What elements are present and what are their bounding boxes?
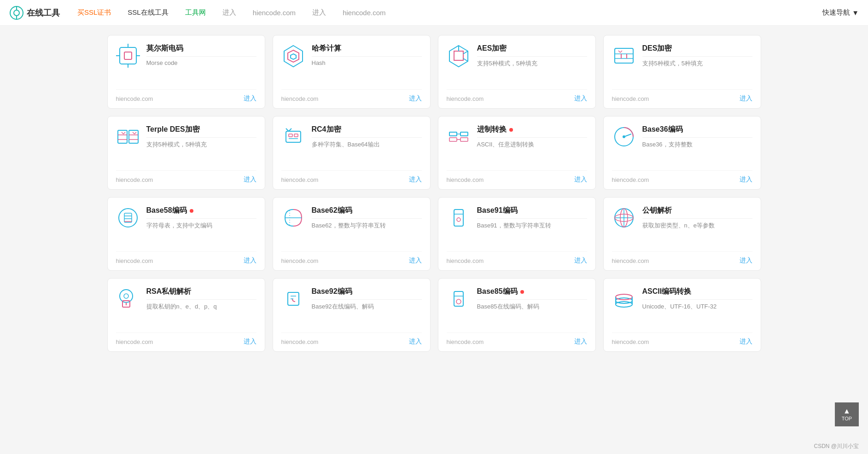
tool-card[interactable]: 莫尔斯电码 Morse code hiencode.com 进入 [107,35,265,109]
tool-card[interactable]: Base92编码 Base92在线编码、解码 hiencode.com 进入 [273,278,431,352]
card-divider [477,299,587,300]
card-title: ASCII编码转换 [642,287,692,297]
card-bottom: hiencode.com 进入 [281,89,422,108]
card-divider [477,218,587,219]
tool-card[interactable]: 进制转换 ASCII、任意进制转换 hiencode.com 进入 [438,116,596,190]
card-title: 莫尔斯电码 [146,44,183,53]
card-title: Base92编码 [312,287,352,297]
card-top: Base62编码 Base62，整数与字符串互转 [281,206,422,230]
card-enter[interactable]: 进入 [740,256,752,265]
card-enter[interactable]: 进入 [574,94,587,103]
tool-card[interactable]: Base91编码 Base91，整数与字符串互转 hiencode.com 进入 [438,197,596,271]
card-divider [477,137,587,138]
tool-icon [447,44,471,68]
card-title-row: AES加密 [477,44,587,53]
card-bottom: hiencode.com 进入 [612,251,752,270]
nav-ssl-tools[interactable]: SSL在线工具 [124,6,172,19]
svg-line-30 [123,132,125,134]
tool-icon [447,206,471,230]
nav-ssl-buy[interactable]: 买SSL证书 [74,6,115,19]
card-domain: hiencode.com [447,95,484,102]
card-info: Base62编码 Base62，整数与字符串互转 [312,206,422,230]
tool-card[interactable]: Base36编码 Base36，支持整数 hiencode.com 进入 [603,116,761,190]
card-divider [312,137,422,138]
tool-card[interactable]: RSA私钥解析 提取私钥的n、e、d、p、q hiencode.com 进入 [107,278,265,352]
nav-domain-1[interactable]: hiencode.com [249,7,299,18]
card-bottom: hiencode.com 进入 [447,170,587,189]
card-domain: hiencode.com [281,338,319,345]
card-enter[interactable]: 进入 [409,175,422,184]
tool-card[interactable]: 哈希计算 Hash hiencode.com 进入 [273,35,431,109]
header: 在线工具 买SSL证书 SSL在线工具 工具网 进入 hiencode.com … [0,0,868,26]
card-divider [312,56,422,57]
card-enter[interactable]: 进入 [740,338,752,346]
card-enter[interactable]: 进入 [574,175,587,184]
svg-rect-41 [449,138,457,141]
card-enter[interactable]: 进入 [740,175,752,184]
card-info: DES加密 支持5种模式，5种填充 [642,44,752,68]
card-info: Base92编码 Base92在线编码、解码 [312,287,422,311]
card-enter[interactable]: 进入 [740,94,752,103]
quick-nav-label: 快速导航 [822,8,850,17]
card-top: 莫尔斯电码 Morse code [116,44,256,68]
card-desc: Morse code [146,59,256,66]
card-bottom: hiencode.com 进入 [116,170,256,189]
card-enter[interactable]: 进入 [409,94,422,103]
card-enter[interactable]: 进入 [244,338,256,346]
card-enter[interactable]: 进入 [244,94,256,103]
card-divider [642,56,752,57]
quick-nav-button[interactable]: 快速导航 ▼ [822,8,859,17]
card-top: 进制转换 ASCII、任意进制转换 [447,125,587,149]
svg-line-29 [122,132,123,134]
card-info: Base85编码 Base85在线编码、解码 [477,287,587,311]
tool-card[interactable]: Base62编码 Base62，整数与字符串互转 hiencode.com 进入 [273,197,431,271]
card-enter[interactable]: 进入 [409,256,422,265]
card-bottom: hiencode.com 进入 [116,251,256,270]
card-divider [146,218,256,219]
tool-card[interactable]: Base85编码 Base85在线编码、解码 hiencode.com 进入 [438,278,596,352]
tool-card[interactable]: AES加密 支持5种模式，5种填充 hiencode.com 进入 [438,35,596,109]
card-top: RSA私钥解析 提取私钥的n、e、d、p、q [116,287,256,311]
svg-marker-10 [284,46,303,67]
card-desc: Hash [312,59,422,66]
logo[interactable]: 在线工具 [9,6,60,20]
card-enter[interactable]: 进入 [244,175,256,184]
card-domain: hiencode.com [281,95,319,102]
tool-card[interactable]: Terple DES加密 支持5种模式，5种填充 hiencode.com 进入 [107,116,265,190]
new-dot [190,209,193,213]
card-divider [312,299,422,300]
tool-card[interactable]: DES加密 支持5种模式，5种填充 hiencode.com 进入 [603,35,761,109]
card-info: RSA私钥解析 提取私钥的n、e、d、p、q [146,287,256,311]
card-enter[interactable]: 进入 [574,338,587,346]
card-title-row: 进制转换 [477,125,587,134]
logo-icon [9,6,24,20]
card-enter[interactable]: 进入 [574,256,587,265]
tool-card[interactable]: RC4加密 多种字符集、Base64输出 hiencode.com 进入 [273,116,431,190]
tool-icon [116,206,140,230]
card-info: Base36编码 Base36，支持整数 [642,125,752,149]
card-enter[interactable]: 进入 [244,256,256,265]
card-title: AES加密 [477,44,507,53]
svg-rect-35 [294,134,298,137]
svg-rect-49 [124,213,132,222]
logo-text: 在线工具 [27,7,60,18]
tool-card[interactable]: 公钥解析 获取加密类型、n、e等参数 hiencode.com 进入 [603,197,761,271]
card-title-row: Terple DES加密 [146,125,256,134]
card-title: RC4加密 [312,125,341,134]
nav-tool-web[interactable]: 工具网 [181,6,210,19]
card-desc: Unicode、UTF-16、UTF-32 [642,303,752,311]
tool-card[interactable]: Base58编码 字符母表，支持中文编码 hiencode.com 进入 [107,197,265,271]
card-domain: hiencode.com [612,95,649,102]
card-domain: hiencode.com [447,257,484,264]
card-enter[interactable]: 进入 [409,338,422,346]
card-title: 哈希计算 [312,44,341,53]
card-divider [642,137,752,138]
nav-enter-2[interactable]: 进入 [309,6,330,19]
nav-enter-1[interactable]: 进入 [219,6,240,19]
card-top: Base58编码 字符母表，支持中文编码 [116,206,256,230]
tool-card[interactable]: ASCII编码转换 Unicode、UTF-16、UTF-32 hiencode… [603,278,761,352]
card-domain: hiencode.com [612,176,649,183]
card-title: DES加密 [642,44,672,53]
card-title-row: 哈希计算 [312,44,422,53]
nav-domain-2[interactable]: hiencode.com [339,7,389,18]
